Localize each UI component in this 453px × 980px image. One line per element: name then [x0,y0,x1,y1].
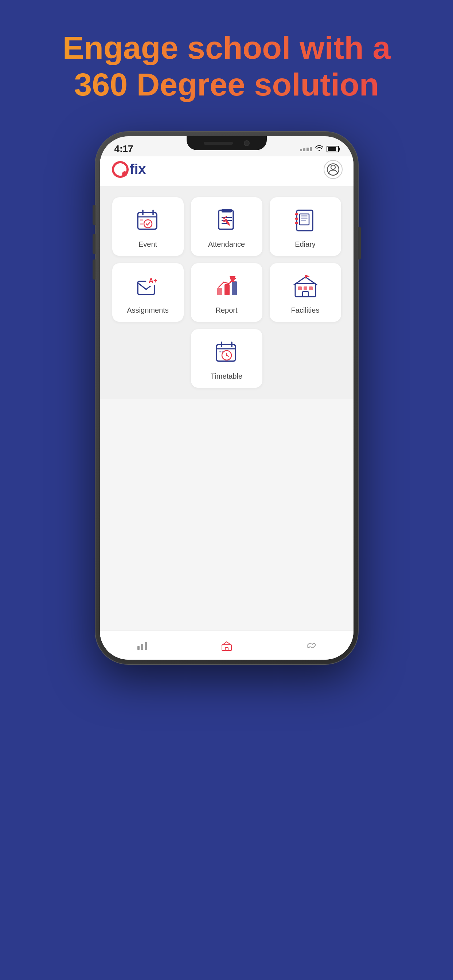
front-camera [244,140,250,146]
facilities-label: Facilities [291,306,319,315]
ediary-icon [291,206,320,235]
status-time: 4:17 [114,143,134,154]
phone-outer-shell: 4:17 [95,132,358,664]
svg-point-3 [331,165,335,169]
menu-item-assignments[interactable]: A+ Assignments [112,263,184,322]
menu-item-report[interactable]: Report [191,263,262,322]
svg-rect-35 [298,286,302,290]
battery-icon [327,146,339,152]
svg-rect-11 [140,223,143,225]
menu-item-timetable[interactable]: Timetable [191,329,262,388]
school-nav-icon [221,640,232,651]
app-logo: fix [111,160,158,179]
svg-rect-36 [304,286,307,290]
svg-rect-50 [137,646,140,650]
report-label: Report [215,306,237,315]
svg-rect-26 [301,220,306,221]
hero-section: Engage school with a 360 Degree solution [0,0,453,125]
svg-rect-22 [295,222,298,224]
logo-svg: fix [111,160,158,179]
svg-point-49 [222,351,223,352]
svg-rect-31 [224,284,230,295]
svg-marker-40 [305,275,310,278]
attendance-icon [212,206,241,235]
svg-rect-21 [295,218,298,220]
phone-mockup: 4:17 [0,132,453,664]
svg-rect-24 [301,215,308,216]
content-area: Event [100,186,353,399]
menu-item-ediary[interactable]: Ediary [270,197,341,256]
user-avatar-button[interactable] [324,160,343,179]
link-nav-icon [305,640,317,651]
nav-item-link[interactable] [269,640,353,651]
speaker-grille [204,142,233,145]
assignments-label: Assignments [127,306,169,315]
menu-grid: Event [109,197,345,388]
attendance-label: Attendance [208,240,245,248]
svg-rect-32 [232,282,237,295]
svg-rect-37 [309,286,313,290]
timetable-label: Timetable [211,372,242,380]
phone-screen: 4:17 [100,136,353,660]
app-header: fix [100,156,353,186]
hero-title: Engage school with a 360 Degree solution [0,29,453,103]
wifi-icon [315,145,324,153]
svg-rect-25 [301,218,308,219]
menu-item-attendance[interactable]: Attendance [191,197,262,256]
svg-rect-52 [145,642,147,650]
svg-rect-13 [222,209,232,213]
svg-rect-38 [302,291,308,297]
event-label: Event [138,240,157,248]
ediary-label: Ediary [295,240,316,248]
report-icon [212,272,241,301]
phone-notch [187,136,267,150]
nav-item-chart[interactable] [100,640,184,651]
timetable-icon [212,338,241,367]
svg-rect-30 [217,288,222,295]
svg-rect-54 [225,648,228,651]
svg-rect-20 [295,213,298,215]
chart-nav-icon [136,640,148,651]
svg-text:A+: A+ [149,277,157,284]
event-icon [134,206,162,235]
bottom-nav [100,630,353,660]
facilities-icon [291,272,320,301]
svg-text:fix: fix [130,161,146,177]
svg-point-48 [219,351,221,352]
svg-rect-10 [140,219,143,221]
svg-point-9 [144,220,152,228]
nav-item-school[interactable] [184,640,269,651]
menu-item-event[interactable]: Event [112,197,184,256]
status-icons [300,145,339,153]
svg-rect-51 [141,644,143,650]
menu-item-facilities[interactable]: Facilities [270,263,341,322]
svg-point-1 [122,171,127,177]
signal-icon [300,147,312,151]
assignments-icon: A+ [134,272,162,301]
